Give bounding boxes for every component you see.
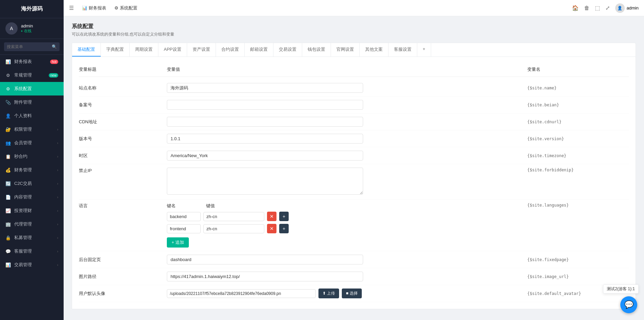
sidebar-item-common-mgmt[interactable]: ⚙ 常规管理 new [0,68,64,82]
lang-delete-1[interactable]: ✕ [267,224,276,233]
lang-add-field-1[interactable]: + [279,224,289,233]
form-row-forbidden-ip: 禁止IP {$site.forbiddenip} [79,164,629,199]
sidebar-label-content-mgmt: 内容管理 [14,194,57,200]
sidebar-item-finance-mgmt[interactable]: 💰 财务管理 › [0,163,64,177]
label-fixed-page: 后台固定页 [79,257,167,263]
input-cdn-url[interactable] [167,117,363,127]
sidebar-item-system-config[interactable]: ⚙ 系统配置 [0,82,64,95]
tabs-bar: 基础配置字典配置周期设置APP设置资产设置合约设置邮箱设置交易设置钱包设置官网设… [72,43,636,57]
upload-btn-default-avatar[interactable]: ⬆ 上传 [318,289,339,298]
label-forbidden-ip: 禁止IP [79,168,167,174]
sidebar-item-second-contract[interactable]: 📋 秒合约 › [0,150,64,163]
tab-plus[interactable]: + [417,43,431,57]
tab-official[interactable]: 官网设置 [331,43,360,57]
textarea-forbidden-ip[interactable] [167,168,363,195]
sidebar-item-permission-mgmt[interactable]: 🔐 权限管理 › [0,123,64,136]
tab-period[interactable]: 周期设置 [130,43,158,57]
fullscreen-icon[interactable]: ⤢ [605,5,610,11]
input-timezone[interactable] [167,151,363,161]
tab-asset[interactable]: 资产设置 [187,43,216,57]
chat-icon: 💬 [624,300,634,309]
label-site-name: 站点名称 [79,85,167,91]
sidebar-label-finance-report: 财务报表 [14,59,49,65]
lang-value-1[interactable] [203,224,264,233]
sidebar-item-finance-report[interactable]: 📊 财务报表 hot [0,55,64,68]
topbar: ☰ 📊财务报表⚙系统配置 🏠 🗑 ⬚ ⤢ 👤 admin [64,0,644,16]
sidebar-label-agent-mgmt: 代理管理 [14,221,57,227]
lang-delete-0[interactable]: ✕ [267,212,276,221]
form-row-fixed-page: 后台固定页 {$site.fixedpage} [79,251,629,268]
tab-email[interactable]: 邮箱设置 [245,43,273,57]
attachment-mgmt-icon: 📎 [5,100,11,105]
permission-mgmt-icon: 🔐 [5,127,11,132]
form-row-site-name: 站点名称 {$site.name} [79,80,629,97]
common-mgmt-icon: ⚙ [5,73,11,78]
tab-service[interactable]: 客服设置 [388,43,417,57]
second-contract-icon: 📋 [5,154,11,159]
page-subtitle: 可以在此填改系统的变量和分组,也可以自定义分组和变量 [72,31,636,37]
sidebar-user: A admin 在线 [0,18,64,39]
upload-input-default-avatar[interactable] [167,289,316,298]
sidebar-item-private-mgmt[interactable]: 🔒 私募管理 › [0,231,64,244]
topbar-nav: 📊财务报表⚙系统配置 [79,4,140,13]
input-beian[interactable] [167,100,363,110]
form-row-image-url: 图片路径 {$site.image_url} [79,268,629,285]
trash-icon[interactable]: 🗑 [584,5,590,11]
value-fixed-page [167,255,527,264]
input-site-name[interactable] [167,83,363,93]
search-input[interactable] [4,42,60,51]
window-icon[interactable]: ⬚ [595,5,600,11]
var-name-site-name: {$site.name} [527,86,629,90]
topbar-nav-finance[interactable]: 📊财务报表 [79,4,109,13]
sidebar-item-content-mgmt[interactable]: 📄 内容管理 › [0,190,64,204]
chat-button[interactable]: 💬 [620,296,637,313]
badge-finance-report: hot [50,60,58,64]
lang-value-0[interactable] [203,212,264,221]
lang-header-keyname: 键名 [167,203,201,209]
topbar-nav-config[interactable]: ⚙系统配置 [112,4,140,13]
sidebar: 海外源码 A admin 在线 🔍 📊 财务报表 hot ⚙ 常规管理 new … [0,0,64,320]
value-forbidden-ip [167,168,527,196]
arrow-permission-mgmt: › [57,128,58,131]
service-mgmt-icon: 💬 [5,249,11,254]
lang-add-btn[interactable]: + 追加 [167,237,189,248]
sidebar-item-attachment-mgmt[interactable]: 📎 附件管理 [0,95,64,109]
sidebar-label-trade-mgmt: 交易管理 [14,262,57,268]
sidebar-item-member-mgmt[interactable]: 👥 会员管理 › [0,136,64,150]
input-image-url[interactable] [167,272,363,281]
arrow-private-mgmt: › [57,236,58,240]
sidebar-item-trade-mgmt[interactable]: 📊 交易管理 › [0,258,64,272]
tab-trade[interactable]: 交易设置 [273,43,302,57]
tab-basic[interactable]: 基础配置 [72,43,101,57]
lang-key-1[interactable] [167,224,201,233]
sidebar-label-service-mgmt: 客服管理 [14,248,57,254]
tab-other[interactable]: 其他文案 [360,43,388,57]
arrow-service-mgmt: › [57,250,58,253]
sidebar-item-agent-mgmt[interactable]: 🏢 代理管理 › [0,217,64,231]
sidebar-label-common-mgmt: 常规管理 [14,72,47,78]
tab-contract[interactable]: 合约设置 [216,43,245,57]
tab-wallet[interactable]: 钱包设置 [302,43,331,57]
tab-app[interactable]: APP设置 [158,43,187,57]
label-default-avatar: 用户默认头像 [79,291,167,297]
input-version[interactable] [167,134,363,144]
input-fixed-page[interactable] [167,255,363,264]
lang-add-field-0[interactable]: + [279,212,289,221]
value-site-name [167,83,527,93]
menu-toggle-icon[interactable]: ☰ [69,5,74,11]
sidebar-item-personal-info[interactable]: 👤 个人资料 [0,109,64,123]
invest-mgmt-icon: 📈 [5,208,11,213]
home-icon[interactable]: 🏠 [572,5,579,11]
value-languages: 键名 键值 ✕ + ✕ + + 追加 [167,203,527,248]
sidebar-item-c2c-trade[interactable]: 🔄 C2C交易 › [0,177,64,190]
sidebar-item-service-mgmt[interactable]: 💬 客服管理 › [0,244,64,258]
finance-nav-icon: 📊 [82,5,87,10]
value-timezone [167,151,527,161]
admin-menu[interactable]: 👤 admin [615,3,639,13]
tab-dict[interactable]: 字典配置 [101,43,130,57]
lang-key-0[interactable] [167,212,201,221]
header-var-value: 变量值 [167,66,527,72]
sidebar-label-attachment-mgmt: 附件管理 [14,99,58,105]
select-btn-default-avatar[interactable]: ■ 选择 [342,289,362,298]
sidebar-item-invest-mgmt[interactable]: 📈 投资理财 › [0,204,64,217]
